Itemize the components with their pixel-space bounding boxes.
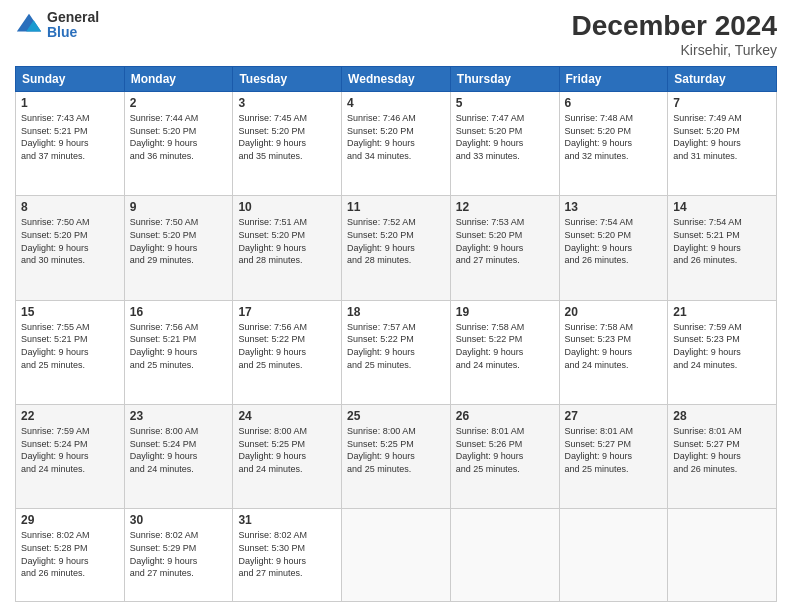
day-number: 5: [456, 96, 554, 110]
table-row: 10Sunrise: 7:51 AM Sunset: 5:20 PM Dayli…: [233, 196, 342, 300]
table-row: 20Sunrise: 7:58 AM Sunset: 5:23 PM Dayli…: [559, 300, 668, 404]
table-row: 4Sunrise: 7:46 AM Sunset: 5:20 PM Daylig…: [342, 92, 451, 196]
table-row: 21Sunrise: 7:59 AM Sunset: 5:23 PM Dayli…: [668, 300, 777, 404]
day-number: 2: [130, 96, 228, 110]
day-info: Sunrise: 8:01 AM Sunset: 5:27 PM Dayligh…: [565, 425, 663, 475]
calendar-table: Sunday Monday Tuesday Wednesday Thursday…: [15, 66, 777, 602]
logo-general-text: General: [47, 10, 99, 25]
day-number: 12: [456, 200, 554, 214]
day-info: Sunrise: 8:00 AM Sunset: 5:24 PM Dayligh…: [130, 425, 228, 475]
day-info: Sunrise: 7:54 AM Sunset: 5:20 PM Dayligh…: [565, 216, 663, 266]
day-info: Sunrise: 7:48 AM Sunset: 5:20 PM Dayligh…: [565, 112, 663, 162]
day-info: Sunrise: 7:51 AM Sunset: 5:20 PM Dayligh…: [238, 216, 336, 266]
day-info: Sunrise: 7:49 AM Sunset: 5:20 PM Dayligh…: [673, 112, 771, 162]
day-number: 27: [565, 409, 663, 423]
week-row-5: 29Sunrise: 8:02 AM Sunset: 5:28 PM Dayli…: [16, 509, 777, 602]
day-info: Sunrise: 7:43 AM Sunset: 5:21 PM Dayligh…: [21, 112, 119, 162]
table-row: 7Sunrise: 7:49 AM Sunset: 5:20 PM Daylig…: [668, 92, 777, 196]
day-info: Sunrise: 7:52 AM Sunset: 5:20 PM Dayligh…: [347, 216, 445, 266]
day-number: 14: [673, 200, 771, 214]
day-number: 22: [21, 409, 119, 423]
table-row: 13Sunrise: 7:54 AM Sunset: 5:20 PM Dayli…: [559, 196, 668, 300]
day-info: Sunrise: 7:57 AM Sunset: 5:22 PM Dayligh…: [347, 321, 445, 371]
day-number: 4: [347, 96, 445, 110]
location: Kirsehir, Turkey: [572, 42, 777, 58]
table-row: [668, 509, 777, 602]
header-saturday: Saturday: [668, 67, 777, 92]
table-row: [559, 509, 668, 602]
header-wednesday: Wednesday: [342, 67, 451, 92]
day-number: 19: [456, 305, 554, 319]
week-row-3: 15Sunrise: 7:55 AM Sunset: 5:21 PM Dayli…: [16, 300, 777, 404]
day-info: Sunrise: 7:56 AM Sunset: 5:22 PM Dayligh…: [238, 321, 336, 371]
day-info: Sunrise: 7:50 AM Sunset: 5:20 PM Dayligh…: [21, 216, 119, 266]
table-row: 3Sunrise: 7:45 AM Sunset: 5:20 PM Daylig…: [233, 92, 342, 196]
month-title: December 2024: [572, 10, 777, 42]
header-monday: Monday: [124, 67, 233, 92]
day-info: Sunrise: 8:02 AM Sunset: 5:30 PM Dayligh…: [238, 529, 336, 579]
day-info: Sunrise: 8:02 AM Sunset: 5:28 PM Dayligh…: [21, 529, 119, 579]
day-number: 24: [238, 409, 336, 423]
day-number: 31: [238, 513, 336, 527]
table-row: 25Sunrise: 8:00 AM Sunset: 5:25 PM Dayli…: [342, 405, 451, 509]
table-row: 30Sunrise: 8:02 AM Sunset: 5:29 PM Dayli…: [124, 509, 233, 602]
day-number: 20: [565, 305, 663, 319]
table-row: 23Sunrise: 8:00 AM Sunset: 5:24 PM Dayli…: [124, 405, 233, 509]
table-row: 27Sunrise: 8:01 AM Sunset: 5:27 PM Dayli…: [559, 405, 668, 509]
table-row: 15Sunrise: 7:55 AM Sunset: 5:21 PM Dayli…: [16, 300, 125, 404]
table-row: 5Sunrise: 7:47 AM Sunset: 5:20 PM Daylig…: [450, 92, 559, 196]
day-info: Sunrise: 7:59 AM Sunset: 5:23 PM Dayligh…: [673, 321, 771, 371]
day-number: 10: [238, 200, 336, 214]
day-number: 18: [347, 305, 445, 319]
day-number: 23: [130, 409, 228, 423]
day-info: Sunrise: 7:58 AM Sunset: 5:22 PM Dayligh…: [456, 321, 554, 371]
table-row: 18Sunrise: 7:57 AM Sunset: 5:22 PM Dayli…: [342, 300, 451, 404]
day-info: Sunrise: 8:01 AM Sunset: 5:26 PM Dayligh…: [456, 425, 554, 475]
day-number: 29: [21, 513, 119, 527]
day-number: 7: [673, 96, 771, 110]
table-row: 6Sunrise: 7:48 AM Sunset: 5:20 PM Daylig…: [559, 92, 668, 196]
table-row: 22Sunrise: 7:59 AM Sunset: 5:24 PM Dayli…: [16, 405, 125, 509]
table-row: 28Sunrise: 8:01 AM Sunset: 5:27 PM Dayli…: [668, 405, 777, 509]
day-number: 21: [673, 305, 771, 319]
header-tuesday: Tuesday: [233, 67, 342, 92]
day-number: 13: [565, 200, 663, 214]
calendar-page: General Blue December 2024 Kirsehir, Tur…: [0, 0, 792, 612]
table-row: [342, 509, 451, 602]
day-number: 9: [130, 200, 228, 214]
day-number: 3: [238, 96, 336, 110]
day-info: Sunrise: 7:44 AM Sunset: 5:20 PM Dayligh…: [130, 112, 228, 162]
day-number: 25: [347, 409, 445, 423]
logo-text: General Blue: [47, 10, 99, 41]
table-row: 2Sunrise: 7:44 AM Sunset: 5:20 PM Daylig…: [124, 92, 233, 196]
logo: General Blue: [15, 10, 99, 41]
day-info: Sunrise: 7:50 AM Sunset: 5:20 PM Dayligh…: [130, 216, 228, 266]
day-number: 26: [456, 409, 554, 423]
table-row: 11Sunrise: 7:52 AM Sunset: 5:20 PM Dayli…: [342, 196, 451, 300]
table-row: 17Sunrise: 7:56 AM Sunset: 5:22 PM Dayli…: [233, 300, 342, 404]
day-number: 15: [21, 305, 119, 319]
table-row: 8Sunrise: 7:50 AM Sunset: 5:20 PM Daylig…: [16, 196, 125, 300]
day-info: Sunrise: 7:53 AM Sunset: 5:20 PM Dayligh…: [456, 216, 554, 266]
table-row: 12Sunrise: 7:53 AM Sunset: 5:20 PM Dayli…: [450, 196, 559, 300]
table-row: 29Sunrise: 8:02 AM Sunset: 5:28 PM Dayli…: [16, 509, 125, 602]
table-row: 16Sunrise: 7:56 AM Sunset: 5:21 PM Dayli…: [124, 300, 233, 404]
day-number: 6: [565, 96, 663, 110]
day-info: Sunrise: 8:00 AM Sunset: 5:25 PM Dayligh…: [347, 425, 445, 475]
week-row-2: 8Sunrise: 7:50 AM Sunset: 5:20 PM Daylig…: [16, 196, 777, 300]
header-row: Sunday Monday Tuesday Wednesday Thursday…: [16, 67, 777, 92]
day-info: Sunrise: 7:56 AM Sunset: 5:21 PM Dayligh…: [130, 321, 228, 371]
header-sunday: Sunday: [16, 67, 125, 92]
day-number: 8: [21, 200, 119, 214]
day-info: Sunrise: 8:00 AM Sunset: 5:25 PM Dayligh…: [238, 425, 336, 475]
day-info: Sunrise: 7:59 AM Sunset: 5:24 PM Dayligh…: [21, 425, 119, 475]
day-info: Sunrise: 7:46 AM Sunset: 5:20 PM Dayligh…: [347, 112, 445, 162]
day-number: 28: [673, 409, 771, 423]
header-thursday: Thursday: [450, 67, 559, 92]
logo-blue-text: Blue: [47, 25, 99, 40]
header-friday: Friday: [559, 67, 668, 92]
logo-icon: [15, 11, 43, 39]
day-number: 17: [238, 305, 336, 319]
title-section: December 2024 Kirsehir, Turkey: [572, 10, 777, 58]
day-number: 11: [347, 200, 445, 214]
